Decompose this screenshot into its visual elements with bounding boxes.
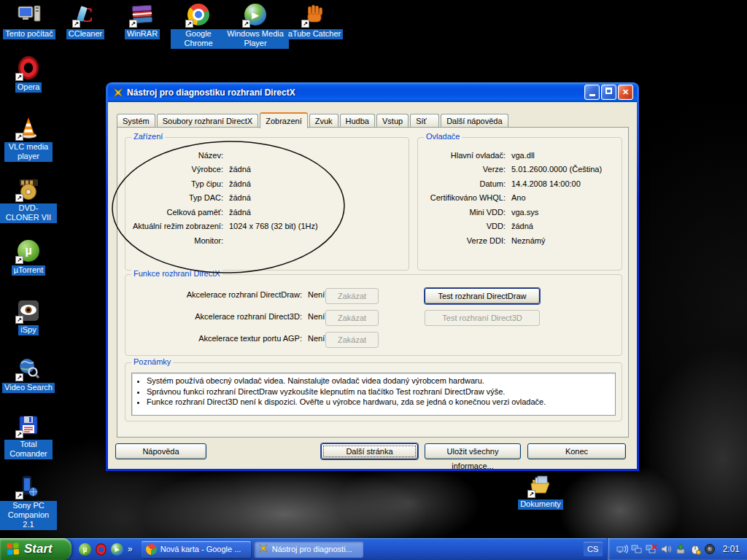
- desktop-icon-total-commander[interactable]: ↗ Total Comander: [0, 413, 57, 459]
- test-direct3d-button[interactable]: Test rozhraní Direct3D: [425, 310, 540, 326]
- drivers-groupbox: Ovladače Hlavní ovladač:vga.dll Verze:5.…: [417, 137, 622, 271]
- disable-agp-button[interactable]: Zakázat: [325, 332, 379, 348]
- desktop-icon-label: VLC media player: [4, 142, 53, 162]
- taskbar-item-dxdiag[interactable]: Nástroj pro diagnosti...: [254, 541, 363, 558]
- sony-pc-icon: ↗: [16, 474, 41, 499]
- device-row: Typ čipu:žádná: [131, 176, 403, 191]
- driver-row: Verze:5.01.2600.0000 (Čeština): [424, 163, 616, 177]
- desktop-icon-dvd-cloner[interactable]: ↗ DVD-CLONER VII: [0, 176, 57, 223]
- desktop-icon-video-search[interactable]: ↗ Video Search: [0, 356, 57, 393]
- help-button[interactable]: Nápověda: [115, 443, 206, 459]
- tab-music[interactable]: Hudba: [340, 114, 375, 128]
- feature-label: Akcelerace rozhraní DirectDraw:: [134, 290, 302, 299]
- desktop-icon-label: CCleaner: [66, 29, 104, 39]
- chrome-icon: [146, 544, 157, 555]
- desktop-icon-label: DVD-CLONER VII: [0, 203, 57, 223]
- shortcut-arrow-icon: ↗: [185, 20, 193, 28]
- safely-remove-icon[interactable]: [675, 543, 687, 556]
- desktop-icon-label: Windows Media Player: [222, 29, 289, 49]
- desktop: Tento počítač C↗ CCleaner ↗ WinRAR ↗ Goo…: [0, 0, 747, 560]
- desktop-icon-label: Google Chrome: [171, 29, 226, 49]
- desktop-icon-windows-media-player[interactable]: ▶↗ Windows Media Player: [222, 2, 289, 49]
- desktop-icon-label: Opera: [15, 82, 42, 93]
- driver-row: Hlavní ovladač:vga.dll: [424, 148, 616, 163]
- maximize-button[interactable]: [601, 85, 616, 100]
- taskbar-item-chrome[interactable]: Nová karta - Google ...: [142, 541, 251, 558]
- tab-display[interactable]: Zobrazení: [260, 112, 308, 128]
- start-button[interactable]: Start: [0, 538, 71, 560]
- tab-directx-files[interactable]: Soubory rozhraní DirectX: [157, 114, 259, 128]
- desktop-icon-utorrent[interactable]: µ↗ µTorrent: [0, 238, 57, 276]
- local-network-icon[interactable]: [631, 543, 643, 556]
- test-directdraw-button[interactable]: Test rozhraní DirectDraw: [425, 288, 540, 304]
- network-disconnected-icon[interactable]: [646, 543, 658, 556]
- note-item: Systém používá obecný ovladač videa. Nai…: [147, 376, 611, 386]
- tab-sound[interactable]: Zvuk: [309, 114, 338, 128]
- minimize-button[interactable]: [584, 85, 600, 100]
- driver-row: Verze DDI:Neznámý: [424, 233, 616, 248]
- driver-row: Datum:14.4.2008 14:00:00: [424, 176, 616, 191]
- window-titlebar[interactable]: Nástroj pro diagnostiku rozhraní DirectX…: [108, 82, 637, 102]
- shortcut-arrow-icon: ↗: [527, 490, 535, 498]
- desktop-icon-ispy[interactable]: ↗ iSpy: [0, 298, 57, 335]
- volume-icon[interactable]: [660, 543, 673, 556]
- wireless-network-icon[interactable]: [616, 543, 629, 556]
- notes-groupbox: Poznámky Systém používá obecný ovladač v…: [125, 362, 622, 421]
- features-group-title: Funkce rozhraní DirectX: [131, 269, 222, 278]
- dvd-cloner-icon: ↗: [16, 176, 41, 201]
- next-page-button[interactable]: Další stránka: [321, 443, 418, 459]
- desktop-icon-label: Video Search: [2, 383, 55, 393]
- close-button[interactable]: ✕: [618, 85, 633, 100]
- device-row: Název:: [131, 148, 403, 163]
- desktop-icon-vlc[interactable]: ↗ VLC media player: [0, 115, 57, 162]
- desktop-icon-opera[interactable]: ↗ Opera: [0, 55, 57, 93]
- device-row: Celková paměť:žádná: [131, 205, 403, 219]
- desktop-icon-documents[interactable]: ↗ Dokumenty: [512, 472, 569, 510]
- wmp-quicklaunch-icon[interactable]: ▶: [111, 543, 123, 556]
- webcam-icon[interactable]: [704, 543, 716, 556]
- driver-row: VDD:žádná: [424, 219, 616, 234]
- desktop-icon-sony-pc-companion[interactable]: ↗ Sony PC Companion 2.1: [0, 474, 57, 530]
- driver-row: Certifikováno WHQL:Ano: [424, 191, 616, 206]
- disable-directdraw-button[interactable]: Zakázat: [325, 288, 379, 304]
- save-all-info-button[interactable]: Uložit všechny informace...: [425, 443, 521, 459]
- desktop-icon-my-computer[interactable]: Tento počítač: [1, 2, 58, 39]
- shortcut-arrow-icon: ↗: [15, 373, 23, 381]
- my-computer-icon: [17, 2, 42, 27]
- desktop-icon-label: Tento počítač: [3, 29, 55, 39]
- desktop-icon-ccleaner[interactable]: C↗ CCleaner: [57, 2, 114, 39]
- desktop-icon-atube-catcher[interactable]: ↗ aTube Catcher: [285, 2, 344, 39]
- opera-icon: ↗: [16, 55, 41, 80]
- opera-quicklaunch-icon[interactable]: [96, 543, 107, 556]
- chrome-icon: ↗: [186, 2, 211, 27]
- quick-launch-bar: µ ▶ »: [71, 538, 139, 560]
- directx-icon: [112, 87, 124, 98]
- note-item: Správnou funkci rozhraní DirectDraw vyzk…: [147, 386, 611, 397]
- quicklaunch-overflow-chevron[interactable]: »: [128, 544, 133, 554]
- tab-input[interactable]: Vstup: [376, 114, 409, 128]
- notes-textarea[interactable]: Systém používá obecný ovladač videa. Nai…: [131, 373, 616, 416]
- start-label: Start: [24, 542, 53, 556]
- utorrent-icon: µ↗: [16, 238, 41, 263]
- tab-network[interactable]: Síť: [410, 114, 439, 128]
- desktop-icon-google-chrome[interactable]: ↗ Google Chrome: [170, 2, 227, 49]
- driver-row: Mini VDD:vga.sys: [424, 205, 616, 219]
- tab-system[interactable]: Systém: [117, 114, 155, 128]
- window-title: Nástroj pro diagnostiku rozhraní DirectX: [127, 88, 583, 98]
- shortcut-arrow-icon: ↗: [15, 133, 23, 141]
- device-row: Výrobce:žádná: [131, 163, 403, 177]
- shortcut-arrow-icon: ↗: [242, 20, 250, 28]
- language-indicator[interactable]: CS: [584, 542, 603, 556]
- note-item: Funkce rozhraní Direct3D není k dispozic…: [147, 397, 611, 408]
- taskbar-clock: 2:01: [723, 544, 740, 554]
- dxdiag-window: Nástroj pro diagnostiku rozhraní DirectX…: [106, 82, 639, 471]
- exit-button[interactable]: Konec: [527, 443, 626, 459]
- utorrent-quicklaunch-icon[interactable]: µ: [79, 543, 91, 556]
- mouse-device-icon[interactable]: [689, 543, 702, 556]
- vlc-icon: ↗: [16, 115, 41, 140]
- device-group-title: Zařízení: [131, 132, 165, 141]
- disable-direct3d-button[interactable]: Zakázat: [325, 310, 379, 326]
- desktop-icon-winrar[interactable]: ↗ WinRAR: [114, 2, 171, 39]
- tab-more-help[interactable]: Další nápověda: [441, 114, 508, 128]
- video-search-icon: ↗: [16, 356, 41, 381]
